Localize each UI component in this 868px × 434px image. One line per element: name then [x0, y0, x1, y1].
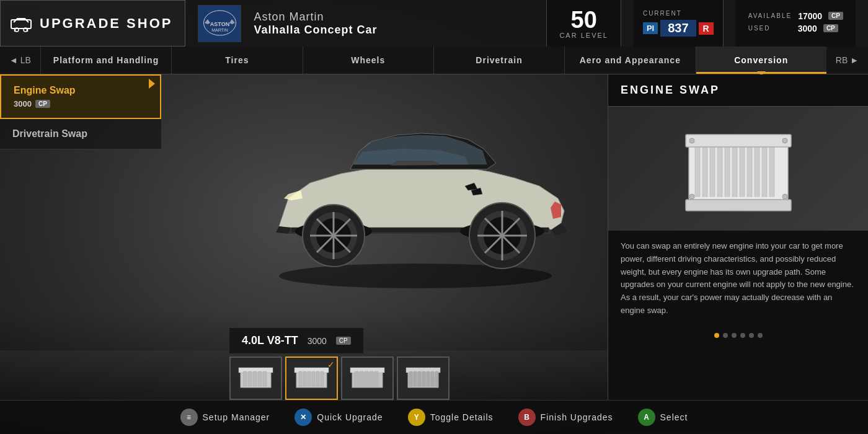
info-panel: ENGINE SWAP — [608, 74, 868, 431]
toggle-details-button[interactable]: Y Toggle Details — [408, 409, 494, 426]
select-button[interactable]: A Select — [638, 409, 688, 426]
svg-rect-34 — [769, 147, 774, 197]
thumb-1[interactable] — [229, 356, 282, 400]
tab-platform[interactable]: Platform and Handling — [40, 46, 171, 74]
setup-manager-label: Setup Manager — [203, 412, 270, 422]
menu-item-drivetrain-swap[interactable]: Drivetrain Swap — [0, 119, 161, 149]
header: UPGRADE SHOP ASTON MARTIN Aston Martin V… — [0, 0, 868, 46]
select-icon-symbol: A — [644, 413, 649, 422]
engine-name: 4.0L V8-TT — [242, 334, 298, 347]
aston-martin-logo: ASTON MARTIN — [203, 9, 237, 37]
thumb-engine-4 — [403, 363, 443, 394]
car-make: Aston Martin — [254, 11, 534, 24]
svg-rect-40 — [686, 200, 791, 211]
svg-rect-59 — [360, 371, 363, 386]
svg-text:ASTON: ASTON — [210, 21, 229, 27]
upgrade-shop-button[interactable]: UPGRADE SHOP — [0, 0, 185, 46]
svg-rect-66 — [414, 371, 417, 386]
toggle-details-icon: Y — [408, 409, 425, 426]
tab-tires[interactable]: Tires — [171, 46, 302, 74]
thumb-engine-2 — [291, 363, 332, 394]
drivetrain-swap-label: Drivetrain Swap — [12, 128, 87, 139]
car-image — [229, 62, 601, 310]
svg-rect-32 — [755, 147, 760, 197]
nav-right-arrow[interactable]: RB ► — [826, 46, 868, 74]
svg-rect-52 — [308, 371, 311, 386]
dot-2 — [723, 333, 728, 338]
thumbnail-strip: ✓ — [229, 356, 450, 400]
menu-item-engine-swap[interactable]: Engine Swap 3000 CP — [0, 74, 161, 119]
current-label: CURRENT — [643, 10, 714, 17]
shop-icon — [10, 15, 32, 32]
engine-price: 3000 — [308, 336, 327, 346]
svg-rect-62 — [374, 371, 378, 386]
used-value: 3000 — [798, 24, 817, 33]
tab-aero[interactable]: Aero and Appearance — [564, 46, 695, 74]
svg-rect-68 — [422, 371, 425, 386]
tab-aero-label: Aero and Appearance — [580, 55, 681, 65]
info-dots — [608, 327, 868, 344]
info-panel-description: You can swap an entirely new engine into… — [608, 231, 868, 327]
select-label: Select — [660, 412, 688, 422]
svg-rect-26 — [710, 147, 715, 197]
engine-swap-cp: CP — [35, 100, 50, 108]
bottom-toolbar: ≡ Setup Manager ✕ Quick Upgrade Y Toggle… — [0, 400, 868, 434]
tab-active-indicator — [696, 72, 826, 74]
svg-rect-53 — [312, 371, 315, 386]
thumb-engine-3 — [347, 363, 388, 394]
rb-label: RB ► — [836, 55, 859, 65]
svg-rect-35 — [686, 135, 791, 147]
svg-rect-45 — [253, 371, 257, 386]
tab-wheels-label: Wheels — [351, 55, 385, 65]
used-label: USED — [748, 25, 792, 32]
available-value: 17000 — [798, 11, 822, 21]
select-icon: A — [638, 409, 655, 426]
quick-upgrade-button[interactable]: ✕ Quick Upgrade — [294, 409, 383, 426]
setup-manager-icon: ≡ — [180, 409, 198, 426]
thumb-3[interactable] — [341, 356, 394, 400]
dot-1 — [714, 333, 719, 338]
quick-upgrade-icon: ✕ — [294, 409, 312, 426]
thumb-2[interactable]: ✓ — [285, 356, 338, 400]
car-level-number: 50 — [571, 8, 597, 32]
svg-text:MARTIN: MARTIN — [211, 28, 228, 32]
svg-rect-67 — [418, 371, 421, 386]
thumb-engine-1 — [236, 363, 276, 394]
svg-rect-44 — [248, 371, 252, 386]
svg-rect-55 — [321, 371, 324, 386]
engine-image — [676, 119, 800, 218]
nav-left-arrow[interactable]: ◄ LB — [0, 46, 40, 74]
svg-rect-30 — [740, 147, 745, 197]
svg-rect-29 — [732, 147, 737, 197]
tab-drivetrain[interactable]: Drivetrain — [433, 46, 564, 74]
tab-conversion-label: Conversion — [734, 55, 788, 65]
svg-rect-65 — [409, 371, 412, 386]
thumb-4[interactable] — [397, 356, 450, 400]
svg-rect-70 — [431, 371, 434, 386]
car-name: Aston Martin Valhalla Concept Car — [254, 11, 534, 37]
used-cp: CP — [823, 24, 838, 32]
pi-value: 837 — [660, 20, 696, 37]
lb-label: ◄ LB — [9, 55, 31, 65]
car-level-label: CAR LEVEL — [559, 32, 608, 39]
svg-rect-47 — [263, 371, 267, 386]
svg-rect-25 — [702, 147, 707, 197]
svg-point-36 — [689, 138, 694, 143]
quick-upgrade-label: Quick Upgrade — [317, 412, 383, 422]
toggle-details-label: Toggle Details — [430, 412, 494, 422]
svg-rect-71 — [435, 371, 438, 386]
dot-4 — [740, 333, 745, 338]
car-info: ASTON MARTIN Aston Martin Valhalla Conce… — [185, 0, 868, 46]
tab-wheels[interactable]: Wheels — [303, 46, 433, 74]
finish-upgrades-button[interactable]: B Finish Upgrades — [518, 409, 613, 426]
tab-platform-label: Platform and Handling — [53, 55, 159, 65]
left-menu: Engine Swap 3000 CP Drivetrain Swap — [0, 74, 161, 149]
finish-icon-symbol: B — [524, 413, 529, 422]
info-panel-header: ENGINE SWAP — [608, 74, 868, 107]
svg-rect-51 — [303, 371, 306, 386]
tab-drivetrain-label: Drivetrain — [476, 55, 522, 65]
nav-tabs: ◄ LB Platform and Handling Tires Wheels … — [0, 46, 868, 74]
svg-rect-24 — [695, 147, 700, 197]
setup-manager-button[interactable]: ≡ Setup Manager — [180, 409, 270, 426]
tab-conversion[interactable]: Conversion — [696, 46, 826, 74]
